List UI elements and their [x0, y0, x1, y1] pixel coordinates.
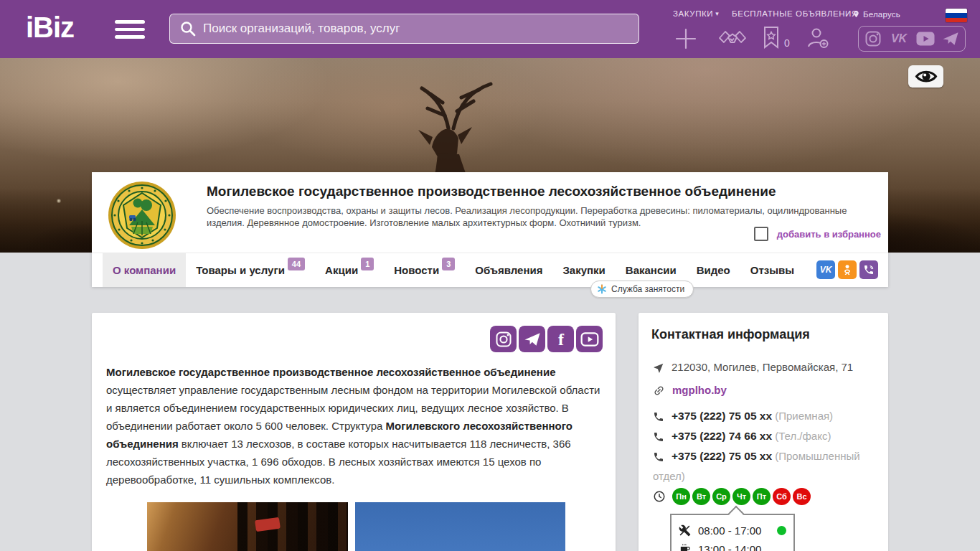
- search-icon: [179, 20, 197, 37]
- phone-icon: [653, 451, 664, 463]
- contact-heading: Контактная информация: [651, 327, 810, 342]
- day-badge-tue[interactable]: Вт: [692, 488, 710, 505]
- contact-info-card: Контактная информация 212030, Могилев, П…: [639, 313, 888, 551]
- svg-text:VK: VK: [891, 32, 908, 44]
- phone-row[interactable]: +375 (222) 74 66 xx (Тел./факс): [653, 426, 874, 446]
- tab-news[interactable]: Новости3: [384, 253, 465, 287]
- day-badge-sun[interactable]: Вс: [793, 488, 811, 505]
- photo-detail: [237, 502, 348, 551]
- tab-video[interactable]: Видео: [687, 253, 740, 287]
- add-to-favorites[interactable]: добавить в избранное: [754, 227, 881, 241]
- eye-icon: [915, 69, 938, 84]
- tab-ads[interactable]: Объявления: [465, 253, 552, 287]
- coffee-cup-icon: [679, 543, 691, 551]
- navigation-arrow-icon: [653, 362, 664, 374]
- add-company-icon[interactable]: [674, 27, 698, 51]
- user-add-icon[interactable]: [805, 26, 829, 50]
- work-days-row: Пн Вт Ср Чт Пт Сб Вс: [653, 488, 874, 505]
- bookmark-star-icon[interactable]: [762, 26, 781, 49]
- tab-products[interactable]: Товары и услуги44: [186, 253, 315, 287]
- day-badge-wed[interactable]: Ср: [712, 488, 730, 505]
- gallery-photo-machinery[interactable]: [355, 502, 565, 551]
- viber-icon[interactable]: [859, 260, 878, 279]
- phone-icon: [653, 431, 664, 443]
- instagram-icon[interactable]: [490, 326, 517, 352]
- company-social-links: VK: [816, 260, 878, 279]
- link-icon: [650, 382, 667, 399]
- open-status-dot: [777, 526, 786, 535]
- address-row: 212030, Могилев, Первомайская, 71: [653, 357, 874, 377]
- schedule-popup: 08:00 - 17:00 13:00 - 14:00: [670, 514, 795, 551]
- news-count-badge: 3: [442, 258, 455, 270]
- company-description: Обеспечение воспроизводства, охраны и за…: [207, 204, 861, 229]
- telegram-icon[interactable]: [942, 31, 959, 47]
- facebook-icon[interactable]: f: [547, 326, 574, 352]
- visually-impaired-mode-button[interactable]: [908, 65, 943, 88]
- phone-icon: [653, 411, 664, 423]
- phone-row[interactable]: +375 (222) 75 05 xx (Приемная): [653, 406, 874, 426]
- gallery-photo-timber[interactable]: [147, 502, 348, 551]
- company-logo: [108, 181, 176, 250]
- phone-row[interactable]: +375 (222) 75 05 xx (Промышленный отдел): [653, 446, 874, 486]
- bookmark-count: 0: [784, 37, 790, 49]
- ibiz-logo[interactable]: iBiz: [26, 11, 74, 44]
- header-social-links: VK: [858, 26, 966, 52]
- tab-promotions[interactable]: Акции1: [315, 253, 384, 287]
- search-bar: [169, 14, 639, 44]
- odnoklassniki-icon[interactable]: [838, 260, 857, 279]
- tab-about[interactable]: О компании: [103, 253, 186, 287]
- company-card: Могилевское государственное производстве…: [92, 172, 888, 287]
- location-pin-icon: [852, 9, 860, 19]
- menu-icon[interactable]: [115, 20, 145, 39]
- employment-service-icon: [597, 284, 607, 294]
- telegram-icon[interactable]: [519, 326, 545, 352]
- nav-purchases[interactable]: ЗАКУПКИ▾: [673, 9, 719, 18]
- products-count-badge: 44: [288, 258, 305, 270]
- clock-icon: [653, 490, 666, 503]
- day-badge-sat[interactable]: Сб: [773, 488, 791, 505]
- top-header: iBiz ЗАКУПКИ▾ БЕСПЛАТНЫЕ ОБЪЯВЛЕНИЯ Бела…: [0, 0, 980, 58]
- employment-service-tooltip[interactable]: Служба занятости: [590, 281, 694, 298]
- about-paragraph: Могилевское государственное производстве…: [106, 363, 603, 489]
- company-title: Могилевское государственное производстве…: [207, 184, 885, 199]
- handshake-icon[interactable]: [717, 29, 748, 50]
- vk-icon[interactable]: VK: [888, 31, 910, 47]
- website-link[interactable]: mgplho.by: [672, 384, 727, 396]
- promotions-count-badge: 1: [361, 258, 374, 270]
- company-tabbar: О компании Товары и услуги44 Акции1 Ново…: [92, 253, 888, 287]
- nav-free-ads[interactable]: БЕСПЛАТНЫЕ ОБЪЯВЛЕНИЯ: [732, 9, 858, 18]
- youtube-icon[interactable]: [576, 326, 603, 352]
- youtube-icon[interactable]: [915, 31, 936, 47]
- work-hours-line: 08:00 - 17:00: [679, 521, 786, 540]
- content-social-links: f: [490, 326, 603, 352]
- instagram-icon[interactable]: [864, 30, 882, 47]
- website-row: mgplho.by: [653, 380, 874, 400]
- chevron-down-icon: ▾: [715, 10, 719, 17]
- vk-icon[interactable]: VK: [816, 260, 835, 279]
- favorite-checkbox[interactable]: [754, 227, 768, 241]
- favorite-label: добавить в избранное: [777, 229, 881, 240]
- nav-country[interactable]: Беларусь: [852, 9, 900, 19]
- break-hours-line: 13:00 - 14:00: [679, 540, 786, 551]
- day-badge-thu[interactable]: Чт: [732, 488, 750, 505]
- language-flag-russia[interactable]: [946, 9, 967, 22]
- day-badge-fri[interactable]: Пт: [753, 488, 771, 505]
- popup-arrow: [728, 506, 745, 522]
- tools-icon: [679, 524, 691, 537]
- svg-text:f: f: [558, 330, 565, 349]
- address-text: 212030, Могилев, Первомайская, 71: [672, 361, 853, 373]
- tab-reviews[interactable]: Отзывы: [740, 253, 804, 287]
- day-badge-mon[interactable]: Пн: [672, 488, 690, 505]
- search-input[interactable]: [169, 14, 639, 44]
- about-company-card: f Могилевское государственное производст…: [92, 313, 616, 551]
